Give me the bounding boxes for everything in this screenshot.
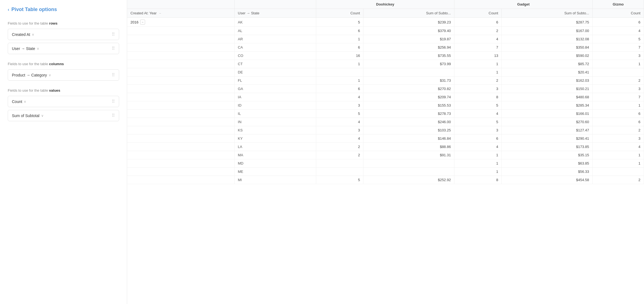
year-cell [127, 43, 234, 52]
gadget-sum-cell: $166.01 [502, 110, 593, 118]
table-row: IL5$278.734$166.016 [127, 110, 644, 118]
gadget-sum-cell: $63.85 [502, 159, 593, 168]
table-row: FL1$31.732$162.032 [127, 76, 644, 85]
gadget-count-cell: 5 [454, 101, 502, 110]
gadget-sum-cell: $480.68 [502, 93, 593, 101]
state-col-header [234, 0, 316, 9]
year-cell [127, 68, 234, 76]
table-row: DE1$20.41 [127, 68, 644, 76]
state-cell: FL [234, 76, 316, 85]
doohickey-count-cell: 5 [316, 176, 363, 184]
year-field-header[interactable]: Created At: Year − [127, 9, 234, 18]
doohickey-sum-cell: $91.31 [363, 151, 454, 159]
doohickey-count-cell: 1 [316, 60, 363, 68]
doohickey-sum-cell: $73.99 [363, 60, 454, 68]
table-row: AR1$19.874$132.085 [127, 35, 644, 43]
doohickey-count-cell: 4 [316, 93, 363, 101]
column-field-product-category[interactable]: Product → Category ∨ ⠿ [8, 69, 119, 81]
gadget-count-cell: 1 [454, 151, 502, 159]
gadget-sum-cell: $285.34 [502, 101, 593, 110]
gadget-sum-cell: $350.84 [502, 43, 593, 52]
gadget-count-cell: 8 [454, 93, 502, 101]
created-at-drag-handle[interactable]: ⠿ [112, 32, 115, 37]
sum-subtotal-drag-handle[interactable]: ⠿ [112, 113, 115, 118]
gadget-count-cell: 1 [454, 159, 502, 168]
gadget-sum-cell: $150.21 [502, 85, 593, 93]
table-row: 2016 − AK5$239.236$287.756 [127, 18, 644, 27]
doohickey-sum-cell [363, 168, 454, 176]
year-value: 2016 [130, 20, 138, 24]
year-cell [127, 60, 234, 68]
year-col-header [127, 0, 234, 9]
back-link[interactable]: ‹ Pivot Table options [8, 7, 119, 12]
gizmo-count-cell: 3 [593, 134, 644, 143]
doohickey-count-cell: 2 [316, 143, 363, 151]
year-cell: 2016 − [127, 18, 234, 27]
chevron-left-icon: ‹ [8, 7, 9, 12]
doohickey-count-cell [316, 168, 363, 176]
gizmo-count-cell: 1 [593, 159, 644, 168]
gizmo-count-cell: 7 [593, 43, 644, 52]
columns-section-label: Fields to use for the table columns [8, 62, 119, 66]
gadget-count-cell: 4 [454, 110, 502, 118]
state-cell: GA [234, 85, 316, 93]
year-collapse-button[interactable]: − [140, 20, 145, 25]
year-cell [127, 118, 234, 126]
state-cell: DE [234, 68, 316, 76]
gadget-sum-cell: $290.41 [502, 134, 593, 143]
doohickey-sum-cell: $146.84 [363, 134, 454, 143]
pivot-table-panel: Doohickey Gadget Gizmo Created At: Year … [127, 0, 644, 304]
product-category-drag-handle[interactable]: ⠿ [112, 72, 115, 78]
gizmo-count-cell: 4 [593, 143, 644, 151]
state-cell: KS [234, 126, 316, 134]
state-cell: MI [234, 176, 316, 184]
row-field-user-state[interactable]: User → State ∨ ⠿ [8, 43, 119, 54]
doohickey-count-cell: 4 [316, 118, 363, 126]
gadget-sum-cell: $85.72 [502, 60, 593, 68]
gizmo-count-header: Count [593, 9, 644, 18]
year-cell [127, 134, 234, 143]
product-category-label: Product → Category [12, 73, 47, 77]
gadget-sum-header: Sum of Subto... [502, 9, 593, 18]
created-at-label: Created At [12, 32, 30, 37]
gizmo-count-cell [593, 68, 644, 76]
gadget-count-cell: 8 [454, 176, 502, 184]
state-cell: AR [234, 35, 316, 43]
table-row: CA6$256.947$350.847 [127, 43, 644, 52]
year-filter-icon[interactable]: − [159, 12, 161, 15]
count-drag-handle[interactable]: ⠿ [112, 99, 115, 104]
doohickey-count-cell: 16 [316, 52, 363, 60]
created-at-chevron-icon: ∨ [32, 33, 34, 36]
table-row: AL6$379.402$167.004 [127, 27, 644, 35]
gizmo-count-cell: 7 [593, 93, 644, 101]
state-cell: ME [234, 168, 316, 176]
gadget-count-cell: 6 [454, 18, 502, 27]
state-cell: CO [234, 52, 316, 60]
gizmo-header: Gizmo [593, 0, 644, 9]
state-cell: AL [234, 27, 316, 35]
gadget-sum-cell: $162.03 [502, 76, 593, 85]
gizmo-count-cell: 2 [593, 76, 644, 85]
left-panel: ‹ Pivot Table options Fields to use for … [0, 0, 127, 304]
value-field-sum-subtotal[interactable]: Sum of Subtotal ∨ ⠿ [8, 110, 119, 121]
doohickey-sum-cell: $256.94 [363, 43, 454, 52]
sum-subtotal-chevron-icon: ∨ [41, 114, 44, 118]
year-cell [127, 93, 234, 101]
gadget-sum-cell: $590.02 [502, 52, 593, 60]
gizmo-count-cell: 1 [593, 101, 644, 110]
gadget-count-cell: 7 [454, 43, 502, 52]
table-row: ME1$56.33 [127, 168, 644, 176]
doohickey-count-cell: 5 [316, 110, 363, 118]
gadget-count-cell: 1 [454, 168, 502, 176]
user-state-drag-handle[interactable]: ⠿ [112, 46, 115, 51]
year-badge: 2016 − [130, 20, 145, 25]
row-field-created-at[interactable]: Created At ∨ ⠿ [8, 29, 119, 40]
value-field-count[interactable]: Count ∨ ⠿ [8, 96, 119, 107]
gizmo-count-cell: 5 [593, 35, 644, 43]
table-row: MD1$63.851 [127, 159, 644, 168]
doohickey-count-cell: 6 [316, 43, 363, 52]
state-cell: IN [234, 118, 316, 126]
back-link-label: Pivot Table options [11, 7, 57, 12]
doohickey-sum-cell: $19.87 [363, 35, 454, 43]
gizmo-count-cell: 2 [593, 126, 644, 134]
